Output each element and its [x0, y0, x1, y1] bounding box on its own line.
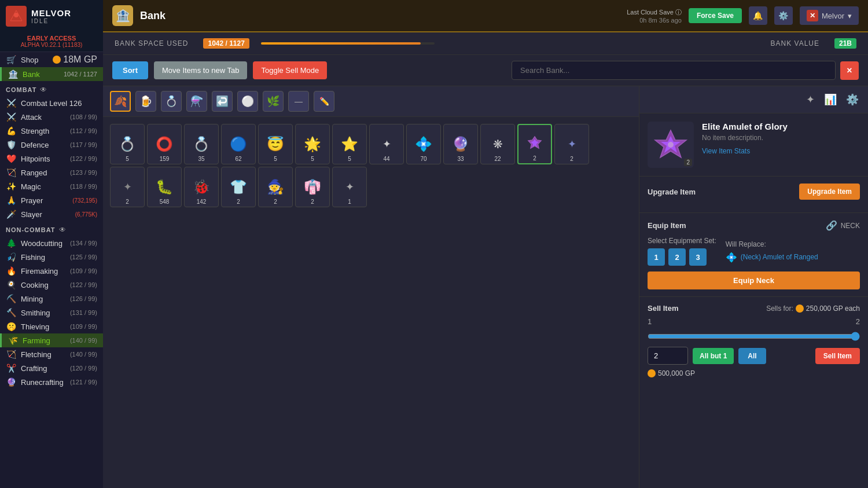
neck-icon: 🔗: [826, 220, 837, 231]
sidebar-item-magic[interactable]: ✨ Magic (118 / 99): [0, 179, 103, 193]
item-icon: ✦: [123, 181, 132, 193]
upgrade-item-button[interactable]: Upgrade Item: [799, 184, 860, 200]
sell-quantity-slider[interactable]: [648, 332, 860, 341]
upgrade-section-title: Upgrade Item: [648, 188, 696, 196]
bank-item[interactable]: ✦ 2: [110, 167, 145, 207]
item-count: 142: [185, 199, 218, 205]
right-panel-toolbar: ✦ 📊 ⚙️: [639, 86, 868, 113]
bank-item[interactable]: 👘 2: [295, 167, 330, 207]
sell-all-button[interactable]: All: [738, 348, 766, 364]
tab-runes[interactable]: ⚪: [237, 91, 258, 112]
cloud-save-time: 0h 8m 36s ago: [627, 17, 682, 24]
item-count: 33: [444, 156, 477, 162]
sidebar-item-ranged[interactable]: 🏹 Ranged (123 / 99): [0, 166, 103, 179]
bank-item-selected[interactable]: 2: [517, 124, 552, 164]
mining-icon: ⛏️: [6, 294, 16, 303]
item-count: 159: [148, 156, 181, 162]
items-row-2: ✦ 2 🐛 548 🐞 142 👕 2: [110, 167, 632, 207]
equip-set-2-button[interactable]: 2: [668, 248, 686, 266]
prayer-icon: 🙏: [6, 196, 16, 205]
bank-item[interactable]: ❋ 22: [480, 124, 515, 164]
sidebar-item-hitpoints[interactable]: ❤️ Hitpoints (122 / 99): [0, 152, 103, 166]
item-count: 62: [222, 156, 255, 162]
bank-item[interactable]: 💍 5: [110, 124, 145, 164]
notification-button[interactable]: 🔔: [749, 6, 767, 25]
bank-item[interactable]: 😇 5: [258, 124, 293, 164]
toggle-sell-button[interactable]: Toggle Sell Mode: [253, 61, 327, 79]
move-items-button[interactable]: Move Items to new Tab: [154, 61, 247, 79]
bank-item[interactable]: 🧙 2: [258, 167, 293, 207]
equip-set-3-button[interactable]: 3: [689, 248, 707, 266]
sidebar-item-mining[interactable]: ⛏️ Mining (126 / 99): [0, 292, 103, 306]
sidebar-item-slayer[interactable]: 🗡️ Slayer (6,775K): [0, 207, 103, 221]
tab-potions[interactable]: ⚗️: [186, 91, 207, 112]
bank-search-input[interactable]: [512, 61, 836, 80]
settings-button[interactable]: ⚙️: [774, 6, 793, 25]
tab-rings2[interactable]: 💍: [161, 91, 182, 112]
sidebar-item-bank[interactable]: 🏦 Bank 1042 / 1127: [0, 67, 103, 81]
sidebar-item-fletching[interactable]: 🏹 Fletching (140 / 99): [0, 347, 103, 361]
user-name: Melvor: [822, 12, 844, 20]
item-icon: 🔮: [452, 136, 469, 152]
sidebar-item-smithing[interactable]: 🔨 Smithing (131 / 99): [0, 306, 103, 320]
bank-item[interactable]: 🔵 62: [221, 124, 256, 164]
sidebar-item-strength[interactable]: 💪 Strength (112 / 99): [0, 124, 103, 138]
chart-icon-button[interactable]: 📊: [822, 91, 839, 108]
sidebar-item-crafting[interactable]: ✂️ Crafting (120 / 99): [0, 361, 103, 375]
settings-icon-button[interactable]: ⚙️: [844, 91, 861, 108]
item-count: 70: [407, 156, 440, 162]
tab-all[interactable]: 🍂: [110, 91, 131, 112]
bank-item[interactable]: 🐛 548: [147, 167, 182, 207]
item-count: 548: [148, 199, 181, 205]
item-count: 5: [111, 156, 144, 162]
defence-count: (117 / 99): [70, 141, 97, 148]
bank-item[interactable]: 💠 70: [406, 124, 441, 164]
sort-button[interactable]: Sort: [112, 61, 148, 79]
bank-item[interactable]: 👕 2: [221, 167, 256, 207]
sidebar-item-thieving[interactable]: 🤫 Thieving (109 / 99): [0, 320, 103, 333]
sidebar-item-prayer[interactable]: 🙏 Prayer (732,195): [0, 193, 103, 207]
sidebar-item-fishing[interactable]: 🎣 Fishing (125 / 99): [0, 250, 103, 264]
force-save-button[interactable]: Force Save: [689, 8, 742, 23]
noncombat-visibility-icon[interactable]: 👁: [59, 226, 66, 234]
search-clear-button[interactable]: ×: [840, 61, 859, 80]
sidebar-item-cooking[interactable]: 🍳 Cooking (122 / 99): [0, 278, 103, 292]
bank-item[interactable]: ⭕ 159: [147, 124, 182, 164]
sell-item-button[interactable]: Sell Item: [815, 348, 860, 364]
prayer-count: (732,195): [72, 197, 97, 204]
item-icon: 👕: [230, 179, 247, 195]
fletching-label: Fletching: [21, 350, 52, 359]
sidebar-item-runecrafting[interactable]: 🔮 Runecrafting (121 / 99): [0, 375, 103, 389]
will-replace-col: Will Replace: 💠 (Neck) Amulet of Ranged: [726, 240, 818, 263]
tab-herbs[interactable]: 🌿: [263, 91, 284, 112]
tab-rings[interactable]: 🍺: [135, 91, 156, 112]
bank-item[interactable]: 🔮 33: [443, 124, 478, 164]
bank-item[interactable]: ✦ 1: [332, 167, 367, 207]
bank-item[interactable]: 💍 35: [184, 124, 219, 164]
sparkle-icon-button[interactable]: ✦: [804, 91, 817, 108]
sell-all-but-button[interactable]: All but 1: [693, 348, 734, 364]
sidebar-item-attack[interactable]: ⚔️ Attack (108 / 99): [0, 110, 103, 124]
tab-feathers[interactable]: ✏️: [314, 91, 334, 112]
sidebar-item-woodcutting[interactable]: 🌲 Woodcutting (134 / 99): [0, 236, 103, 250]
firemaking-icon: 🔥: [6, 266, 16, 276]
sidebar-item-farming[interactable]: 🌾 Farming (140 / 99): [0, 333, 103, 347]
sidebar-item-shop[interactable]: 🛒 Shop 18M GP: [0, 52, 103, 67]
combat-visibility-icon[interactable]: 👁: [40, 86, 47, 94]
sidebar-item-defence[interactable]: 🛡️ Defence (117 / 99): [0, 138, 103, 152]
view-stats-link[interactable]: View Item Stats: [702, 147, 750, 155]
sell-quantity-input[interactable]: [648, 347, 688, 365]
bank-item[interactable]: ⭐ 5: [332, 124, 367, 164]
tab-bars[interactable]: —: [288, 91, 309, 112]
sidebar-item-firemaking[interactable]: 🔥 Firemaking (109 / 99): [0, 264, 103, 278]
equip-set-1-button[interactable]: 1: [648, 248, 665, 266]
user-menu-button[interactable]: ✕ Melvor ▾: [800, 6, 859, 25]
bank-item[interactable]: ✦ 2: [554, 124, 589, 164]
item-icon: 🌟: [304, 136, 321, 152]
bank-item[interactable]: 🌟 5: [295, 124, 330, 164]
tab-arrows[interactable]: ↩️: [212, 91, 233, 112]
bank-item[interactable]: ✦ 44: [369, 124, 404, 164]
sidebar-item-combat-level[interactable]: ⚔️ Combat Level 126: [0, 96, 103, 110]
bank-item[interactable]: 🐞 142: [184, 167, 219, 207]
equip-neck-button[interactable]: Equip Neck: [648, 271, 860, 289]
